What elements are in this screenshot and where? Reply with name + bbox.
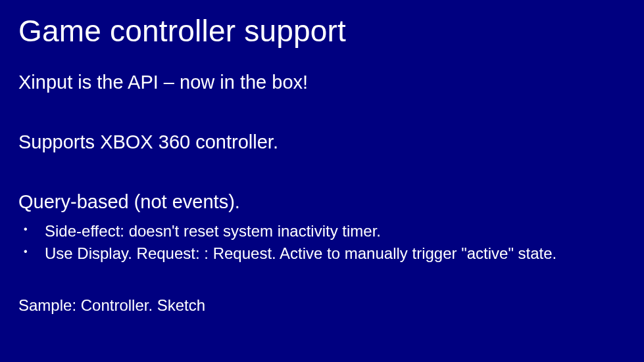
slide-title: Game controller support	[18, 14, 626, 48]
point-xbox360: Supports XBOX 360 controller.	[18, 130, 626, 154]
sub-bullet-list: Side-effect: doesn't reset system inacti…	[20, 220, 626, 264]
sample-line: Sample: Controller. Sketch	[18, 296, 626, 315]
point-query-based: Query-based (not events).	[18, 190, 626, 214]
sub-bullet-side-effect: Side-effect: doesn't reset system inacti…	[20, 220, 626, 242]
point-xinput: Xinput is the API – now in the box!	[18, 70, 626, 94]
sub-bullet-display-request: Use Display. Request: : Request. Active …	[20, 242, 626, 265]
